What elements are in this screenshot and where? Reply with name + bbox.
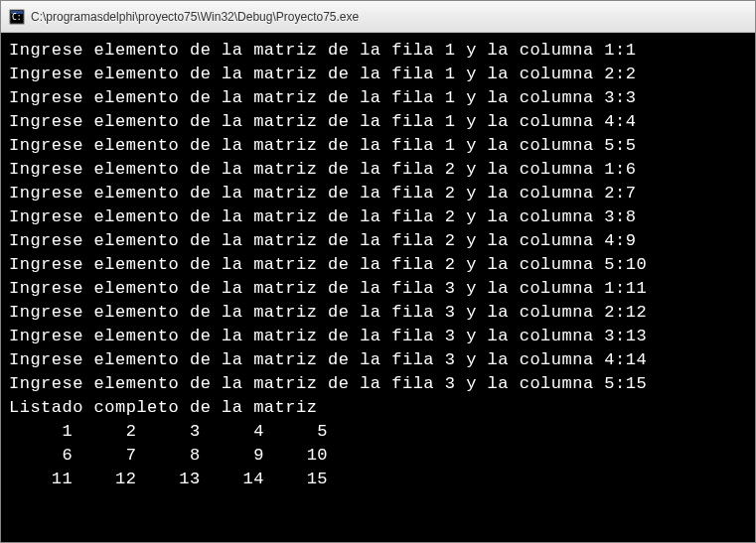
console-line: Ingrese elemento de la matriz de la fila… (9, 134, 747, 158)
console-output: Ingrese elemento de la matriz de la fila… (1, 33, 755, 542)
console-line: Ingrese elemento de la matriz de la fila… (9, 253, 747, 277)
console-line: Ingrese elemento de la matriz de la fila… (9, 110, 747, 134)
console-line: 6 7 8 9 10 (9, 444, 747, 468)
console-line: Ingrese elemento de la matriz de la fila… (9, 325, 747, 348)
console-line: 1 2 3 4 5 (9, 420, 747, 444)
console-line: Ingrese elemento de la matriz de la fila… (9, 182, 747, 205)
console-line: Ingrese elemento de la matriz de la fila… (9, 348, 747, 372)
console-line: Ingrese elemento de la matriz de la fila… (9, 158, 747, 182)
console-line: Ingrese elemento de la matriz de la fila… (9, 301, 747, 325)
console-line: Ingrese elemento de la matriz de la fila… (9, 39, 747, 63)
window-title: C:\programasdelphi\proyecto75\Win32\Debu… (31, 10, 359, 24)
console-line: Listado completo de la matriz (9, 396, 747, 420)
console-line: Ingrese elemento de la matriz de la fila… (9, 205, 747, 229)
console-line: Ingrese elemento de la matriz de la fila… (9, 229, 747, 253)
console-app-icon: C: (9, 9, 25, 25)
console-line: Ingrese elemento de la matriz de la fila… (9, 277, 747, 301)
console-window: C: C:\programasdelphi\proyecto75\Win32\D… (0, 0, 756, 543)
console-line: 11 12 13 14 15 (9, 468, 747, 491)
svg-text:C:: C: (12, 13, 22, 22)
titlebar[interactable]: C: C:\programasdelphi\proyecto75\Win32\D… (1, 1, 755, 33)
console-line: Ingrese elemento de la matriz de la fila… (9, 86, 747, 110)
console-line: Ingrese elemento de la matriz de la fila… (9, 372, 747, 396)
console-line: Ingrese elemento de la matriz de la fila… (9, 63, 747, 86)
